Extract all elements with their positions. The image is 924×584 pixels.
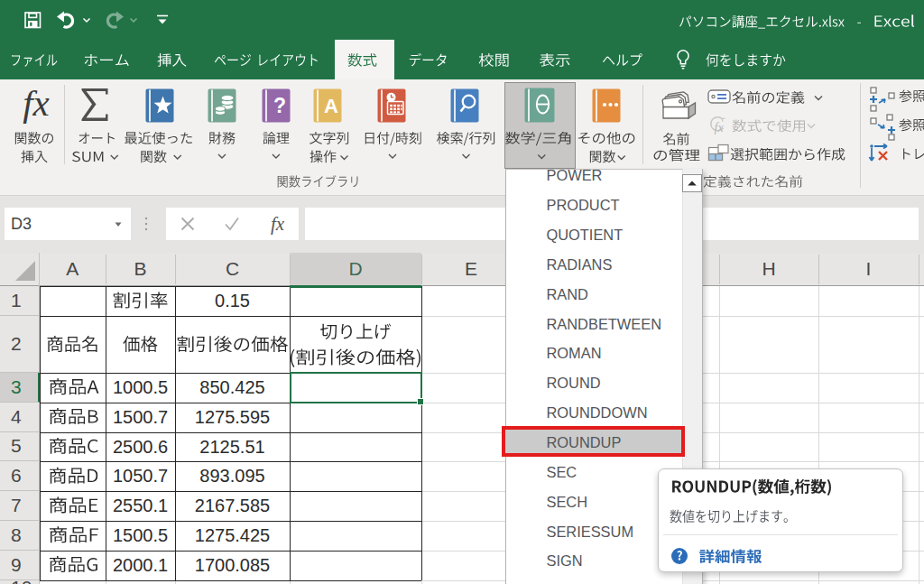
svg-text:?: ? — [273, 94, 285, 117]
svg-text:fx: fx — [715, 121, 725, 134]
svg-text:A: A — [324, 94, 338, 116]
